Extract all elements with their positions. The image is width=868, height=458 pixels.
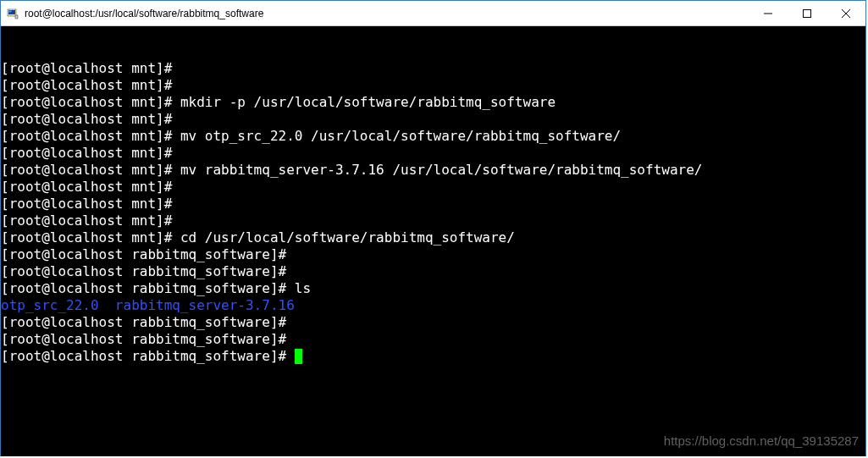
putty-icon <box>6 7 19 20</box>
terminal-line: [root@localhost rabbitmq_software]# <box>1 314 865 331</box>
maximize-button[interactable] <box>788 1 827 26</box>
terminal-body[interactable]: [root@localhost mnt]#[root@localhost mnt… <box>1 26 865 456</box>
terminal-line: [root@localhost mnt]# mkdir -p /usr/loca… <box>1 94 865 111</box>
terminal-line: [root@localhost mnt]# <box>1 145 865 162</box>
app-window: root@localhost:/usr/local/software/rabbi… <box>0 0 866 456</box>
ls-output: otp_src_22.0 rabbitmq_server-3.7.16 <box>1 297 865 314</box>
terminal-line: [root@localhost mnt]# mv rabbitmq_server… <box>1 162 865 179</box>
terminal-line: [root@localhost mnt]# <box>1 60 865 77</box>
terminal-line: [root@localhost mnt]# <box>1 77 865 94</box>
terminal-line: [root@localhost rabbitmq_software]# <box>1 331 865 348</box>
terminal-line: [root@localhost rabbitmq_software]# <box>1 263 865 280</box>
cursor-block <box>295 349 302 364</box>
terminal-line: [root@localhost mnt]# <box>1 196 865 212</box>
close-button[interactable] <box>827 1 865 26</box>
terminal-line: [root@localhost mnt]# cd /usr/local/soft… <box>1 229 865 246</box>
minimize-button[interactable] <box>749 1 788 26</box>
terminal-line: [root@localhost mnt]# <box>1 212 865 229</box>
terminal-line: [root@localhost mnt]# <box>1 179 865 196</box>
watermark-text: https://blog.csdn.net/qq_39135287 <box>664 433 859 450</box>
terminal-line: [root@localhost mnt]# <box>1 111 865 128</box>
svg-rect-6 <box>804 10 811 18</box>
svg-rect-2 <box>15 15 18 19</box>
terminal-line: [root@localhost rabbitmq_software]# ls <box>1 280 865 297</box>
titlebar[interactable]: root@localhost:/usr/local/software/rabbi… <box>1 1 865 26</box>
titlebar-controls <box>749 1 865 25</box>
terminal-line: [root@localhost rabbitmq_software]# <box>1 246 865 263</box>
terminal-line: [root@localhost mnt]# mv otp_src_22.0 /u… <box>1 128 865 145</box>
terminal-cursor-line: [root@localhost rabbitmq_software]# <box>1 348 865 365</box>
window-title: root@localhost:/usr/local/software/rabbi… <box>25 8 749 19</box>
